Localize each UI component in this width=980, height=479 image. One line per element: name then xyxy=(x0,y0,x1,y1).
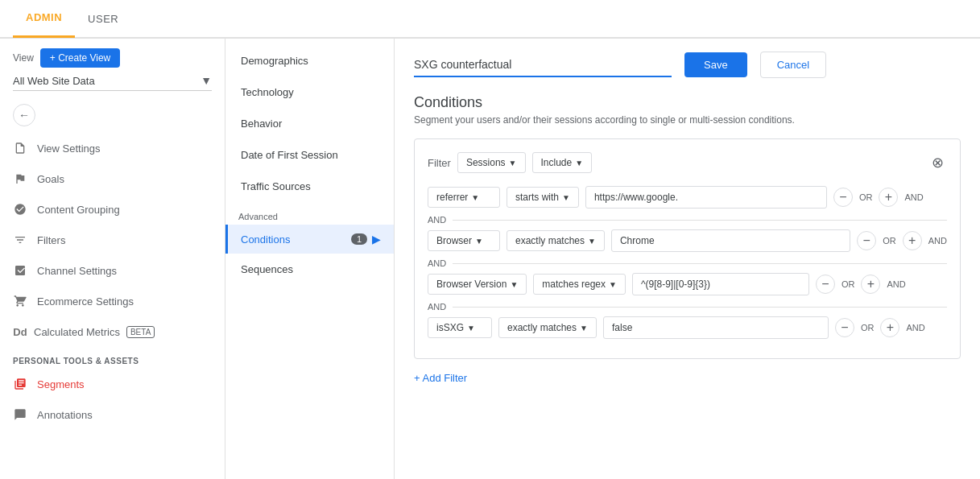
or-add-3[interactable]: + xyxy=(861,275,880,294)
and-label-4: AND xyxy=(906,323,924,332)
remove-filter-2[interactable]: − xyxy=(857,231,876,250)
sidebar-item-channel-settings[interactable]: Channel Settings xyxy=(0,255,225,286)
filter-label: Filter xyxy=(428,157,451,169)
sessions-value: Sessions xyxy=(466,157,506,168)
sidebar-item-content-grouping[interactable]: Content Grouping xyxy=(0,194,225,225)
and-separator-1: AND xyxy=(428,215,947,225)
middle-item-traffic-sources[interactable]: Traffic Sources xyxy=(225,171,394,202)
dimension-dropdown-2[interactable]: Browser ▼ xyxy=(428,230,500,251)
dimension-dropdown-3[interactable]: Browser Version ▼ xyxy=(428,274,527,295)
right-panel: Save Cancel Conditions Segment your user… xyxy=(395,39,980,479)
remove-filter-4[interactable]: − xyxy=(835,318,854,337)
filter-value-input-3[interactable] xyxy=(632,273,809,295)
sidebar-item-filters[interactable]: Filters xyxy=(0,225,225,255)
cart-icon xyxy=(13,294,27,308)
or-label-2: OR xyxy=(883,236,896,246)
middle-item-technology[interactable]: Technology xyxy=(225,76,394,108)
and-connector-3: AND xyxy=(428,302,446,312)
top-nav: ADMIN USER xyxy=(0,0,980,39)
add-filter-button[interactable]: + Add Filter xyxy=(414,369,467,387)
middle-item-conditions[interactable]: Conditions 1 ▶ xyxy=(225,225,394,254)
sidebar-item-label-channel-settings: Channel Settings xyxy=(37,265,117,277)
channel-icon xyxy=(13,263,27,278)
annotations-icon xyxy=(13,407,27,422)
conditions-arrow-icon: ▶ xyxy=(372,233,381,246)
sidebar-item-view-settings[interactable]: View Settings xyxy=(0,133,225,163)
dimension-value-1: referrer xyxy=(436,192,468,203)
dim-chevron-icon-1: ▼ xyxy=(471,193,479,202)
sidebar-item-annotations[interactable]: Annotations xyxy=(0,399,225,430)
middle-panel: Demographics Technology Behavior Date of… xyxy=(225,39,395,479)
view-select-chevron[interactable]: ▼ xyxy=(201,74,212,87)
dimension-value-4: isSXG xyxy=(436,322,464,333)
sidebar-item-ecommerce-settings[interactable]: Ecommerce Settings xyxy=(0,286,225,316)
sessions-dropdown[interactable]: Sessions ▼ xyxy=(457,152,526,173)
segment-name-input[interactable] xyxy=(414,53,672,77)
filter-value-input-2[interactable] xyxy=(611,229,850,252)
personal-tools-header: PERSONAL TOOLS & ASSETS xyxy=(0,347,225,369)
dimension-value-3: Browser Version xyxy=(436,279,507,290)
filter-close-icon[interactable]: ⊗ xyxy=(928,153,947,172)
view-select-value[interactable]: All Web Site Data xyxy=(13,75,201,87)
and-connector-2: AND xyxy=(428,258,446,268)
conditions-badge: 1 xyxy=(351,233,367,245)
dim-chevron-icon-3: ▼ xyxy=(510,280,518,289)
sidebar-item-label-calculated-metrics: Calculated Metrics xyxy=(34,326,120,338)
dim-chevron-icon-4: ▼ xyxy=(467,324,475,332)
and-separator-3: AND xyxy=(428,302,947,312)
operator-value-4: exactly matches xyxy=(507,322,577,333)
and-separator-2: AND xyxy=(428,258,947,268)
tab-user[interactable]: USER xyxy=(75,0,131,38)
sidebar-item-calculated-metrics[interactable]: Dd Calculated Metrics BETA xyxy=(0,316,225,347)
filter-value-input-4[interactable] xyxy=(603,316,829,339)
filter-row-4: isSXG ▼ exactly matches ▼ − OR + AND xyxy=(428,316,947,339)
filter-box: Filter Sessions ▼ Include ▼ ⊗ referrer xyxy=(414,138,961,359)
middle-item-sequences[interactable]: Sequences xyxy=(225,254,394,285)
dimension-value-2: Browser xyxy=(436,235,472,246)
sessions-chevron-icon: ▼ xyxy=(509,159,517,167)
content-icon xyxy=(13,202,27,217)
sidebar-item-label-content-grouping: Content Grouping xyxy=(37,204,120,216)
operator-dropdown-3[interactable]: matches regex ▼ xyxy=(533,274,626,295)
save-button[interactable]: Save xyxy=(684,52,747,77)
sidebar-item-segments[interactable]: Segments xyxy=(0,369,225,399)
or-label-1: OR xyxy=(859,192,873,202)
create-view-button[interactable]: + Create View xyxy=(40,48,121,68)
middle-item-behavior[interactable]: Behavior xyxy=(225,108,394,139)
middle-item-date-of-first-session[interactable]: Date of First Session xyxy=(225,139,394,171)
sidebar-item-label-view-settings: View Settings xyxy=(37,142,101,155)
tab-admin[interactable]: ADMIN xyxy=(13,0,75,38)
dim-chevron-icon-2: ▼ xyxy=(475,237,483,246)
filter-value-input-1[interactable] xyxy=(585,186,827,209)
operator-dropdown-2[interactable]: exactly matches ▼ xyxy=(507,230,605,251)
or-add-2[interactable]: + xyxy=(903,231,922,250)
dimension-dropdown-1[interactable]: referrer ▼ xyxy=(428,187,500,208)
back-button[interactable]: ← xyxy=(13,104,35,126)
operator-dropdown-1[interactable]: starts with ▼ xyxy=(507,187,579,208)
cancel-button[interactable]: Cancel xyxy=(760,52,826,78)
include-chevron-icon: ▼ xyxy=(575,159,583,167)
and-connector-1: AND xyxy=(428,215,446,225)
include-dropdown[interactable]: Include ▼ xyxy=(532,152,593,173)
advanced-section-label: Advanced xyxy=(225,202,394,225)
operator-dropdown-4[interactable]: exactly matches ▼ xyxy=(498,317,597,338)
sidebar-item-label-annotations: Annotations xyxy=(37,409,93,421)
remove-filter-1[interactable]: − xyxy=(833,188,853,207)
op-chevron-icon-2: ▼ xyxy=(588,237,596,246)
doc-icon xyxy=(13,141,27,155)
or-add-4[interactable]: + xyxy=(880,318,899,337)
op-chevron-icon-1: ▼ xyxy=(562,193,570,202)
or-add-1[interactable]: + xyxy=(879,188,898,207)
flag-icon xyxy=(13,171,27,186)
or-label-3: OR xyxy=(841,279,855,289)
remove-filter-3[interactable]: − xyxy=(816,275,835,294)
middle-item-demographics[interactable]: Demographics xyxy=(225,45,394,76)
op-chevron-icon-4: ▼ xyxy=(580,324,588,332)
sidebar-item-goals[interactable]: Goals xyxy=(0,163,225,194)
and-label-1: AND xyxy=(904,192,923,202)
filter-row-2: Browser ▼ exactly matches ▼ − OR + AND xyxy=(428,229,947,252)
beta-badge: BETA xyxy=(126,326,155,338)
dimension-dropdown-4[interactable]: isSXG ▼ xyxy=(428,317,492,338)
sidebar-item-label-filters: Filters xyxy=(37,234,65,246)
or-label-4: OR xyxy=(861,323,875,332)
